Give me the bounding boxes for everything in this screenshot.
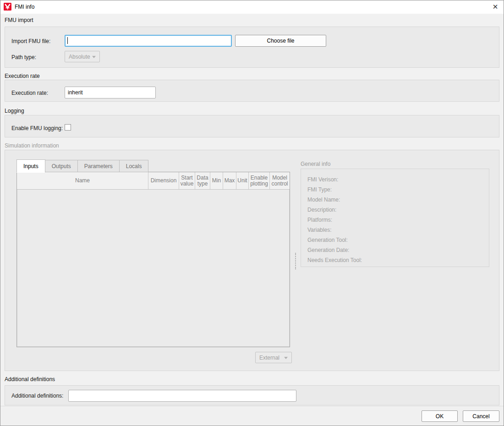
general-info-field-description: Description: — [307, 205, 489, 215]
enable-fmu-logging-checkbox[interactable] — [65, 124, 71, 131]
enable-fmu-logging-label: Enable FMU logging: — [11, 125, 63, 131]
general-info-field-generation-date: Generation Date: — [307, 245, 489, 255]
additional-definitions-label: Additional definitions: — [11, 393, 63, 399]
general-info-field-variables: Variables: — [307, 225, 489, 235]
simulation-tabs: Inputs Outputs Parameters Locals — [16, 159, 148, 172]
section-title-logging: Logging — [5, 108, 24, 114]
column-header-dimension[interactable]: Dimension — [148, 172, 179, 189]
general-info-field-fmi-type: FMI Type: — [307, 185, 489, 195]
choose-file-button[interactable]: Choose file — [235, 35, 326, 47]
general-info-field-model-name: Model Name: — [307, 195, 489, 205]
dialog-footer: OK Cancel — [0, 406, 504, 426]
general-info-field-needs-execution-tool: Needs Execution Tool: — [307, 255, 489, 265]
execution-rate-label: Execution rate: — [11, 90, 48, 96]
additional-definitions-input[interactable] — [68, 390, 296, 402]
general-info-field-generation-tool: Generation Tool: — [307, 235, 489, 245]
column-header-max[interactable]: Max — [223, 172, 236, 189]
general-info-panel: FMI Verison: FMI Type: Model Name: Descr… — [301, 169, 489, 267]
column-header-model-control[interactable]: Model control — [270, 172, 290, 189]
section-title-simulation-information: Simulation information — [5, 142, 59, 149]
app-logo-icon — [4, 3, 11, 11]
cancel-button[interactable]: Cancel — [463, 410, 499, 422]
column-header-start-value[interactable]: Start value — [179, 172, 195, 189]
tab-parameters[interactable]: Parameters — [78, 160, 120, 172]
column-header-name[interactable]: Name — [17, 172, 148, 189]
fmu-import-groupbox: Import FMU file: Choose file Path type: … — [5, 27, 499, 68]
close-icon[interactable]: ✕ — [490, 2, 500, 12]
external-select-value: External — [259, 355, 279, 361]
tab-locals[interactable]: Locals — [120, 160, 149, 172]
window-title: FMI info — [15, 4, 34, 10]
section-title-execution-rate: Execution rate — [5, 73, 40, 79]
panel-splitter-handle[interactable] — [295, 253, 296, 269]
column-header-unit[interactable]: Unit — [236, 172, 249, 189]
external-select[interactable]: External — [255, 352, 292, 363]
text-caret — [67, 37, 68, 44]
path-type-select[interactable]: Absolute — [65, 51, 100, 62]
import-fmu-file-input[interactable] — [65, 35, 232, 47]
additional-definitions-groupbox: Additional definitions: — [5, 385, 499, 405]
section-title-additional-definitions: Additional definitions — [5, 376, 55, 382]
general-info-field-platforms: Platforms: — [307, 215, 489, 225]
execution-rate-groupbox: Execution rate: — [5, 80, 499, 102]
variables-table[interactable]: Name Dimension Start value Data type Min… — [16, 172, 290, 347]
tab-inputs[interactable]: Inputs — [16, 159, 45, 173]
chevron-down-icon — [284, 357, 288, 359]
general-info-title: General info — [301, 161, 330, 167]
path-type-label: Path type: — [11, 54, 36, 60]
chevron-down-icon — [92, 56, 96, 58]
general-info-field-fmi-version: FMI Verison: — [307, 175, 489, 185]
import-fmu-file-label: Import FMU file: — [11, 38, 50, 44]
title-bar: FMI info ✕ — [0, 0, 504, 14]
ok-button[interactable]: OK — [422, 410, 458, 422]
tab-outputs[interactable]: Outputs — [45, 160, 78, 172]
column-header-enable-plotting[interactable]: Enable plotting — [249, 172, 270, 189]
logging-groupbox: Enable FMU logging: — [5, 115, 499, 137]
column-header-data-type[interactable]: Data type — [195, 172, 210, 189]
path-type-value: Absolute — [69, 54, 90, 60]
section-title-fmu-import: FMU import — [5, 17, 33, 23]
column-header-min[interactable]: Min — [210, 172, 223, 189]
execution-rate-input[interactable] — [65, 87, 156, 98]
variables-table-header: Name Dimension Start value Data type Min… — [17, 172, 290, 190]
